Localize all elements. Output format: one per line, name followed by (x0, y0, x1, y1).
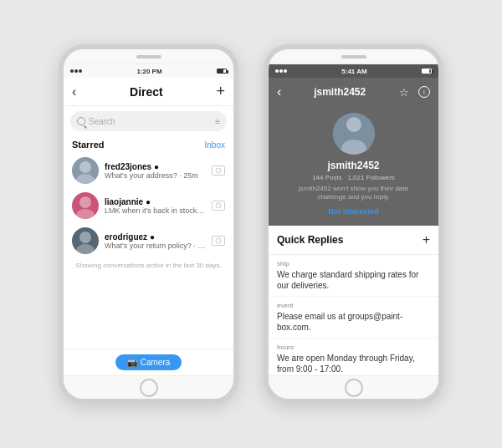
status-left-1 (70, 69, 82, 73)
conv-msg-1: What's your address? · 25m (105, 171, 206, 180)
avatar-face-1 (72, 157, 99, 184)
starred-label: Starred (72, 140, 105, 150)
footer-note: Showing conversations active in the last… (64, 258, 233, 272)
status-time-2: 5:41 AM (341, 68, 366, 75)
battery-1 (217, 69, 227, 74)
profile-avatar-face (333, 113, 375, 155)
camera-btn-icon: 📷 (127, 358, 137, 367)
starred-section-header: Starred Inbox (64, 136, 233, 153)
conv-msg-2: LMK when it's back in stock! · 25m (105, 206, 206, 215)
add-button[interactable]: + (216, 83, 225, 100)
profile-nav: ‹ jsmith2452 ☆ i (269, 78, 438, 106)
phone-1-bottom (64, 375, 233, 399)
camera-icon-2[interactable] (212, 201, 225, 211)
phone-1: 1:20 PM ‹ Direct + Search ≡ Starred Inbo… (59, 44, 238, 404)
speaker-2 (341, 55, 366, 59)
phone-2: 5:41 AM ‹ jsmith2452 ☆ i jsmith2452 144 … (264, 44, 443, 404)
camera-button[interactable]: 📷 Camera (115, 354, 182, 370)
dot3 (79, 69, 82, 73)
avatar-face-3 (72, 227, 99, 254)
home-button-1[interactable] (140, 379, 158, 397)
profile-section: jsmith2452 144 Posts · 1,021 Followers j… (269, 106, 438, 226)
conv-msg-3: What's your return policy? · 25m (105, 242, 206, 250)
quick-replies-header: Quick Replies + (269, 226, 438, 255)
profile-username-nav: jsmith2452 (314, 86, 366, 98)
search-icon (77, 117, 85, 125)
direct-content: Search ≡ Starred Inbox fred23jones ● Wha… (64, 106, 233, 375)
back-button[interactable]: ‹ (72, 84, 76, 99)
conversation-item-1[interactable]: fred23jones ● What's your address? · 25m (64, 153, 233, 188)
battery-2 (422, 69, 432, 74)
status-bar-2: 5:41 AM (269, 64, 438, 78)
quick-reply-item-0[interactable]: ship We charge standard shipping rates f… (269, 255, 438, 297)
profile-stats: 144 Posts · 1,021 Followers (312, 174, 395, 181)
avatar-2 (72, 192, 99, 219)
conversation-item-2[interactable]: liaojannie ● LMK when it's back in stock… (64, 188, 233, 223)
quick-replies-title: Quick Replies (277, 234, 343, 246)
qr-shortcut-0: ship (277, 260, 430, 267)
status-left-2 (275, 69, 287, 73)
star-icon[interactable]: ☆ (398, 86, 410, 98)
home-button-2[interactable] (345, 379, 363, 397)
conv-info-3: erodriguez ● What's your return policy? … (105, 232, 206, 250)
dot5 (279, 69, 283, 73)
inbox-link[interactable]: Inbox (205, 140, 225, 150)
status-bar-1: 1:20 PM (64, 64, 233, 78)
search-placeholder: Search (89, 117, 115, 126)
info-label: i (423, 89, 425, 96)
status-right-1 (217, 69, 227, 74)
dot6 (284, 69, 287, 73)
page-title: Direct (130, 85, 163, 99)
quick-replies-add-button[interactable]: + (423, 232, 430, 247)
conversation-item-3[interactable]: erodriguez ● What's your return policy? … (64, 223, 233, 258)
status-right-2 (422, 69, 432, 74)
qr-shortcut-1: event (277, 302, 430, 309)
quick-replies-section: Quick Replies + ship We charge standard … (269, 226, 438, 375)
speaker-1 (136, 55, 161, 59)
signal-dots-2 (275, 69, 287, 73)
camera-btn-label: Camera (141, 358, 171, 367)
conv-name-2: liaojannie ● (105, 197, 206, 206)
camera-bar: 📷 Camera (64, 349, 233, 375)
dot1 (70, 69, 74, 73)
conv-info-2: liaojannie ● LMK when it's back in stock… (105, 197, 206, 215)
qr-shortcut-2: hours (277, 344, 430, 351)
qr-message-0: We charge standard shipping rates for ou… (277, 269, 430, 291)
qr-message-2: We are open Monday through Friday, from … (277, 353, 430, 374)
avatar-face-2 (72, 192, 99, 219)
status-time-1: 1:20 PM (136, 68, 161, 75)
phone-2-bottom (269, 375, 438, 399)
avatar-3 (72, 227, 99, 254)
info-icon[interactable]: i (418, 86, 430, 98)
search-bar[interactable]: Search ≡ (70, 111, 227, 131)
conv-info-1: fred23jones ● What's your address? · 25m (105, 162, 206, 180)
conv-name-3: erodriguez ● (105, 232, 206, 242)
profile-back-button[interactable]: ‹ (277, 84, 281, 99)
filter-icon[interactable]: ≡ (215, 117, 220, 126)
quick-reply-item-1[interactable]: event Please email us at groups@paint-bo… (269, 297, 438, 339)
conv-name-1: fred23jones ● (105, 162, 206, 171)
profile-description: jsmith2452 won't show you their data cha… (287, 185, 421, 202)
signal-dots-1 (70, 69, 82, 73)
profile-name: jsmith2452 (327, 160, 379, 171)
not-interested-button[interactable]: Not interested (328, 207, 379, 216)
camera-icon-3[interactable] (212, 236, 225, 246)
dot2 (74, 69, 78, 73)
phone-1-top (64, 49, 233, 64)
nav-bar-1: ‹ Direct + (64, 78, 233, 106)
avatar-1 (72, 157, 99, 184)
phone-2-top (269, 49, 438, 64)
qr-message-1: Please email us at groups@paint-box.com. (277, 311, 430, 333)
camera-icon-1[interactable] (212, 165, 225, 176)
profile-nav-icons: ☆ i (398, 86, 430, 98)
profile-avatar (333, 113, 375, 155)
quick-reply-item-2[interactable]: hours We are open Monday through Friday,… (269, 339, 438, 375)
dot4 (275, 69, 279, 73)
